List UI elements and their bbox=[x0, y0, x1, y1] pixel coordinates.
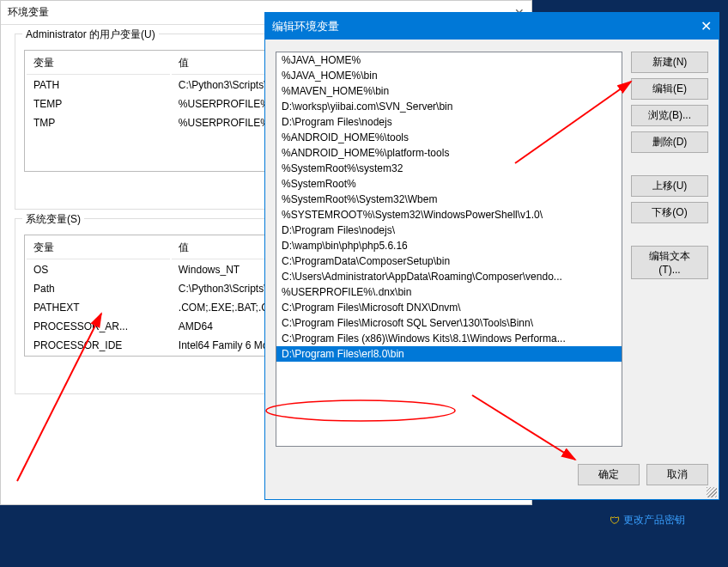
list-item[interactable]: %SystemRoot%\system32 bbox=[276, 161, 622, 176]
path-list[interactable]: %JAVA_HOME%%JAVA_HOME%\bin%MAVEN_HOME%\b… bbox=[276, 52, 622, 447]
list-item[interactable]: D:\Program Files\erl8.0\bin bbox=[276, 346, 622, 362]
close-icon[interactable]: ✕ bbox=[701, 18, 712, 34]
list-item[interactable]: %JAVA_HOME%\bin bbox=[276, 68, 622, 83]
list-item[interactable]: C:\Users\Administrator\AppData\Roaming\C… bbox=[276, 269, 622, 284]
list-item[interactable]: %ANDROID_HOME%\platform-tools bbox=[276, 145, 622, 161]
side-buttons: 新建(N) 编辑(E) 浏览(B)... 删除(D) 上移(U) 下移(O) 编… bbox=[631, 52, 708, 447]
var-name: TEMP bbox=[27, 95, 170, 113]
list-item[interactable]: %MAVEN_HOME%\bin bbox=[276, 83, 622, 99]
move-up-button[interactable]: 上移(U) bbox=[631, 175, 708, 197]
resize-grip-icon[interactable] bbox=[707, 487, 717, 497]
var-name: TMP bbox=[27, 114, 170, 131]
var-name: OS bbox=[27, 261, 170, 278]
edit-titlebar: 编辑环境变量 ✕ bbox=[265, 13, 719, 40]
list-item[interactable]: D:\Program Files\nodejs bbox=[276, 114, 622, 130]
edit-path-button[interactable]: 编辑(E) bbox=[631, 78, 708, 100]
change-product-key-link[interactable]: 🛡 更改产品密钥 bbox=[610, 513, 685, 527]
list-item[interactable]: C:\Program Files\Microsoft SQL Server\13… bbox=[276, 315, 622, 331]
var-name: Path bbox=[27, 280, 170, 297]
var-name: PATH bbox=[27, 76, 170, 94]
list-item[interactable]: %JAVA_HOME% bbox=[276, 52, 622, 68]
browse-path-button[interactable]: 浏览(B)... bbox=[631, 105, 708, 126]
move-down-button[interactable]: 下移(O) bbox=[631, 202, 708, 223]
list-item[interactable]: %ANDROID_HOME%\tools bbox=[276, 130, 622, 145]
var-name: PATHEXT bbox=[27, 299, 170, 316]
edit-ok-button[interactable]: 确定 bbox=[578, 464, 640, 485]
new-path-button[interactable]: 新建(N) bbox=[631, 52, 708, 73]
edit-title: 编辑环境变量 bbox=[272, 19, 339, 34]
list-item[interactable]: C:\ProgramData\ComposerSetup\bin bbox=[276, 253, 622, 269]
list-item[interactable]: C:\Program Files (x86)\Windows Kits\8.1\… bbox=[276, 331, 622, 346]
change-key-label: 更改产品密钥 bbox=[623, 513, 685, 527]
list-item[interactable]: D:\wamp\bin\php\php5.6.16 bbox=[276, 238, 622, 253]
list-item[interactable]: D:\worksp\yiibai.com\SVN_Server\bin bbox=[276, 99, 622, 114]
shield-icon: 🛡 bbox=[610, 515, 620, 527]
list-item[interactable]: %SYSTEMROOT%\System32\WindowsPowerShell\… bbox=[276, 207, 622, 223]
list-item[interactable]: D:\Program Files\nodejs\ bbox=[276, 223, 622, 238]
var-name: PROCESSOR_AR... bbox=[27, 318, 170, 335]
env-title: 环境变量 bbox=[8, 5, 49, 20]
list-item[interactable]: %USERPROFILE%\.dnx\bin bbox=[276, 284, 622, 300]
edit-text-button[interactable]: 编辑文本(T)... bbox=[631, 246, 708, 279]
list-item[interactable]: %SystemRoot% bbox=[276, 176, 622, 192]
edit-cancel-button[interactable]: 取消 bbox=[646, 464, 708, 485]
sys-vars-label: 系统变量(S) bbox=[22, 212, 84, 227]
list-item[interactable]: C:\Program Files\Microsoft DNX\Dnvm\ bbox=[276, 300, 622, 315]
col-header-name[interactable]: 变量 bbox=[27, 52, 170, 75]
list-item[interactable]: %SystemRoot%\System32\Wbem bbox=[276, 192, 622, 207]
edit-env-window: 编辑环境变量 ✕ %JAVA_HOME%%JAVA_HOME%\bin%MAVE… bbox=[264, 12, 719, 500]
user-vars-label: Administrator 的用户变量(U) bbox=[22, 27, 159, 42]
var-name: PROCESSOR_IDE bbox=[27, 337, 170, 354]
col-header-name[interactable]: 变量 bbox=[27, 237, 170, 259]
delete-path-button[interactable]: 删除(D) bbox=[631, 131, 708, 153]
